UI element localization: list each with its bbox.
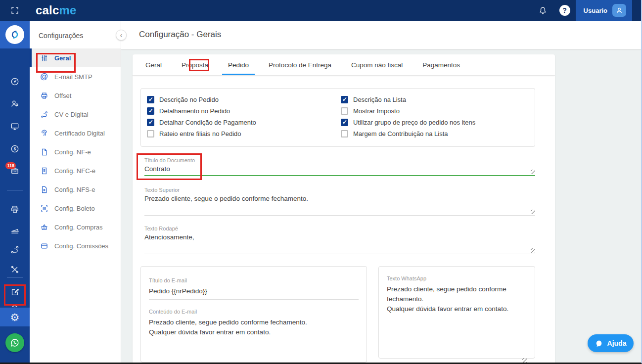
sidebar-item-label: Config. NFC-e (54, 167, 95, 175)
resize-handle-icon[interactable] (531, 210, 535, 214)
barcode-scan-icon (40, 204, 48, 213)
pdv-monitor-icon[interactable] (0, 117, 30, 136)
chat-bubble-icon (595, 339, 603, 348)
texto-whatsapp-input[interactable]: Prezado cliente, segue pedido conforme f… (387, 284, 527, 314)
checkbox-rateio-entre-filiais[interactable]: Rateio entre filiais no Pedido (147, 130, 341, 138)
checkbox-utilizar-grupo-preco[interactable]: Utilizar grupo de preço do pedido nos it… (341, 118, 535, 127)
sidebar-item-config-nfce[interactable]: Config. NFC-e (30, 161, 121, 180)
fullscreen-icon[interactable] (0, 6, 30, 15)
resize-handle-icon[interactable] (531, 248, 535, 253)
sidebar-item-config-compras[interactable]: Config. Compras (30, 218, 121, 236)
sidebar-item-email-smtp[interactable]: @ E-mail SMTP (30, 67, 121, 86)
file-text-icon (40, 185, 48, 194)
checkbox-descricao-no-pedido[interactable]: Descrição no Pedido (147, 95, 341, 104)
notifications-bell-icon[interactable] (532, 6, 554, 15)
field-label: Texto Superior (144, 187, 535, 193)
dashboard-icon[interactable] (0, 72, 30, 91)
sidebar-item-label: Offset (54, 92, 71, 99)
checkbox-icon[interactable] (147, 107, 154, 115)
jobs-briefcase-icon[interactable]: 118 (0, 161, 30, 180)
field-titulo-documento[interactable]: Título do Documento Contrato (144, 157, 535, 176)
route-rail-icon[interactable] (0, 240, 30, 259)
printer-icon (40, 91, 48, 100)
sidebar-item-label: Certificado Digital (54, 130, 105, 137)
whatsapp-card: Texto WhatsApp Prezado cliente, segue pe… (378, 266, 535, 359)
card-icon (40, 242, 48, 250)
field-label: Título do Documento (144, 157, 535, 163)
chevron-left-icon: ‹ (120, 31, 123, 39)
titulo-documento-input[interactable]: Contrato (144, 165, 535, 173)
checkbox-icon[interactable] (147, 119, 154, 126)
home-logo-button[interactable] (0, 21, 30, 48)
titulo-email-input[interactable]: Pedido {{nrPedido}} (149, 286, 359, 296)
rail-divider (7, 190, 23, 190)
field-texto-rodape[interactable]: Texto Rodapé Atenciosamente, (144, 226, 535, 254)
sidebar-item-config-comissoes[interactable]: Config. Comissões (30, 236, 121, 255)
conteudo-email-input[interactable]: Prezado cliente, segue pedido conforme f… (149, 318, 359, 337)
checkbox-icon[interactable] (341, 119, 348, 126)
checkbox-mostrar-imposto[interactable]: Mostrar Imposto (341, 107, 535, 115)
resize-handle-icon[interactable] (522, 358, 527, 363)
tools-icon[interactable] (0, 260, 30, 279)
scanner-icon[interactable] (0, 221, 30, 239)
sidebar-item-config-boleto[interactable]: Config. Boleto (30, 199, 121, 218)
field-label: Texto WhatsApp (387, 275, 527, 281)
svg-text:$: $ (14, 146, 16, 151)
user-menu[interactable]: Usuario (576, 0, 632, 21)
brand-logo[interactable]: calcme (36, 3, 77, 17)
field-label: Texto Rodapé (144, 226, 535, 231)
checkbox-margem-contribuicao[interactable]: Margem de Contribuição na Lista (341, 130, 535, 138)
settings-panel: Geral Proposta Pedido Protocolo de Entre… (133, 54, 555, 363)
settings-gear-icon[interactable]: ⚙ (0, 308, 30, 326)
receipt-icon (40, 167, 48, 175)
sidebar-item-label: Config. Boleto (54, 205, 95, 212)
financial-icon[interactable]: $ (0, 139, 30, 158)
calcme-logo-icon (5, 25, 24, 44)
sidebar-item-config-nfe[interactable]: Config. NF-e (30, 142, 121, 161)
basket-icon (40, 223, 48, 231)
page-title: Configuração - Gerais (139, 30, 221, 40)
checkbox-icon[interactable] (341, 96, 348, 103)
checkbox-detalhamento-no-pedido[interactable]: Detalhamento no Pedido (147, 107, 341, 115)
tune-icon (40, 54, 48, 62)
sidebar-item-config-nfse[interactable]: Config. NFS-e (30, 180, 121, 199)
tab-pagamentos[interactable]: Pagamentos (413, 54, 470, 75)
sidebar-item-offset[interactable]: Offset (30, 86, 121, 105)
tab-geral[interactable]: Geral (136, 54, 172, 75)
tab-protocolo-de-entrega[interactable]: Protocolo de Entrega (259, 54, 341, 75)
file-icon (40, 148, 48, 156)
help-icon[interactable]: ? (554, 5, 576, 16)
texto-superior-input[interactable]: Prezado cliente, segue o pedido conforme… (144, 195, 535, 202)
tab-cupom-nao-fiscal[interactable]: Cupom não fiscal (341, 54, 413, 75)
help-ajuda-button[interactable]: Ajuda (588, 334, 634, 352)
resize-handle-icon[interactable] (531, 170, 535, 174)
texto-rodape-input[interactable]: Atenciosamente, (144, 233, 535, 241)
tab-pedido[interactable]: Pedido (218, 54, 259, 75)
checkbox-icon[interactable] (147, 130, 154, 137)
email-card: Título do E-mail Pedido {{nrPedido}} Con… (140, 266, 367, 363)
collapse-sidebar-button[interactable]: ‹ (116, 30, 127, 41)
tab-proposta[interactable]: Proposta (172, 54, 218, 75)
jobs-count-badge: 118 (5, 162, 16, 169)
field-label: Conteúdo do E-mail (149, 309, 359, 315)
field-label: Título do E-mail (149, 277, 359, 283)
field-texto-superior[interactable]: Texto Superior Prezado cliente, segue o … (144, 187, 535, 216)
sidebar-item-label: Config. Compras (54, 224, 103, 231)
checkbox-icon[interactable] (341, 107, 348, 115)
sidebar-item-cv-digital[interactable]: CV e Digital (30, 105, 121, 124)
app-window: calcme ? Usuario (0, 0, 642, 364)
checkbox-detalhar-condicao-pagamento[interactable]: Detalhar Condição de Pagamento (147, 118, 341, 127)
sidebar-title: Configurações (39, 32, 121, 40)
sidebar-item-certificado-digital[interactable]: Certificado Digital (30, 124, 121, 142)
checkbox-descricao-na-lista[interactable]: Descrição na Lista (341, 95, 535, 104)
checkbox-icon[interactable] (341, 130, 348, 137)
printer-rail-icon[interactable] (0, 200, 30, 219)
rail-divider (7, 277, 23, 277)
tab-bar: Geral Proposta Pedido Protocolo de Entre… (133, 54, 555, 76)
whatsapp-button[interactable] (5, 333, 24, 352)
sidebar-item-label: Config. Comissões (54, 242, 108, 250)
settings-sidebar: Configurações Geral @ E-mail SMTP Offset… (30, 21, 121, 363)
clients-icon[interactable] (0, 94, 30, 113)
sidebar-item-geral[interactable]: Geral (30, 48, 121, 67)
checkbox-icon[interactable] (147, 96, 154, 103)
